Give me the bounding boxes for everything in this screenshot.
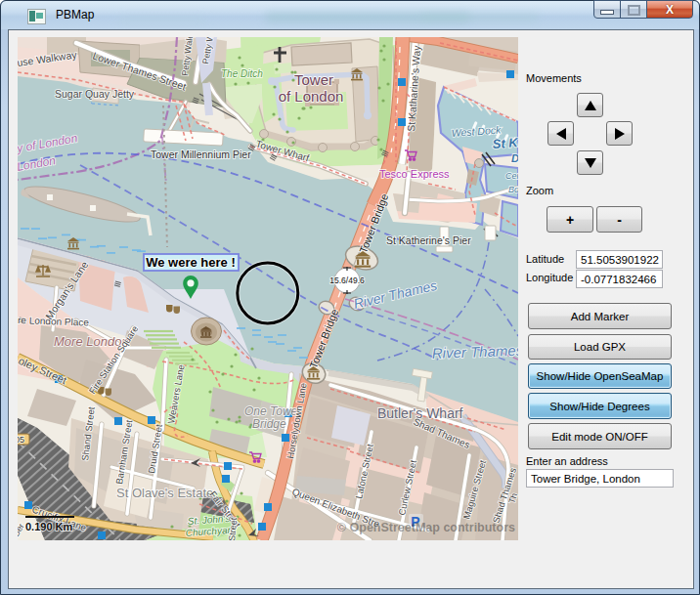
svg-text:Bridge: Bridge bbox=[252, 417, 286, 431]
svg-text:Street: Street bbox=[227, 517, 239, 540]
svg-text:D: D bbox=[511, 152, 518, 164]
svg-text:St Olave's Estate: St Olave's Estate bbox=[116, 486, 213, 500]
svg-text:of London: of London bbox=[279, 88, 344, 105]
svg-text:River Thames: River Thames bbox=[432, 342, 518, 361]
svg-text:15.6/49.6: 15.6/49.6 bbox=[329, 276, 365, 285]
svg-text:05: 05 bbox=[18, 435, 24, 445]
svg-text:St Ka: St Ka bbox=[492, 135, 518, 151]
svg-text:Tower Millennium Pier: Tower Millennium Pier bbox=[151, 149, 251, 160]
svg-text:Tower: Tower bbox=[294, 71, 333, 88]
svg-text:Sugar Quay Jetty: Sugar Quay Jetty bbox=[55, 88, 135, 100]
svg-text:Bo: Bo bbox=[508, 185, 518, 194]
svg-text:The Ditch: The Ditch bbox=[221, 68, 263, 79]
svg-text:St Katherine's Pier: St Katherine's Pier bbox=[386, 234, 471, 246]
svg-text:Cen: Cen bbox=[505, 171, 518, 181]
svg-text:We were here !: We were here ! bbox=[146, 255, 236, 270]
svg-text:Tesco Express: Tesco Express bbox=[379, 168, 450, 180]
svg-text:© OpenStreetMap contributors: © OpenStreetMap contributors bbox=[337, 521, 515, 534]
svg-text:0.190 Km: 0.190 Km bbox=[25, 521, 73, 532]
